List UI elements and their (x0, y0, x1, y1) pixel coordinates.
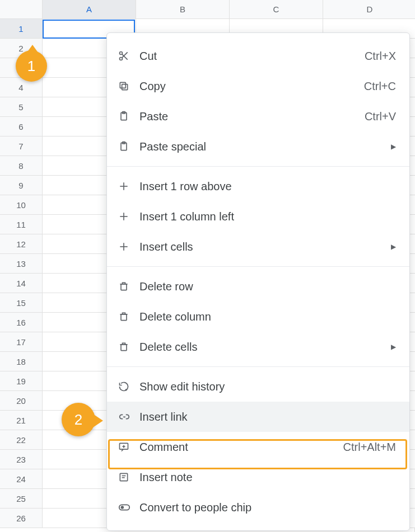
row-header-14[interactable]: 14 (0, 274, 43, 293)
col-header-c[interactable]: C (230, 0, 323, 19)
row-header-18[interactable]: 18 (0, 352, 43, 371)
menu-comment-shortcut: Ctrl+Alt+M (343, 441, 396, 454)
menu-delete-column[interactable]: Delete column (107, 302, 409, 332)
svg-rect-17 (121, 314, 127, 321)
menu-cut-shortcut: Ctrl+X (365, 50, 396, 63)
menu-insert-note-label: Insert note (139, 471, 396, 484)
link-icon (118, 411, 139, 423)
menu-paste[interactable]: Paste Ctrl+V (107, 101, 409, 131)
row-header-21[interactable]: 21 (0, 411, 43, 430)
col-header-b[interactable]: B (136, 0, 230, 19)
svg-point-19 (125, 389, 127, 390)
menu-copy-label: Copy (139, 80, 364, 93)
plus-icon (118, 181, 139, 192)
select-all-corner[interactable] (0, 0, 43, 19)
menu-copy[interactable]: Copy Ctrl+C (107, 71, 409, 101)
plus-icon (118, 211, 139, 222)
menu-insert-row-label: Insert 1 row above (139, 180, 396, 193)
menu-insert-column-label: Insert 1 column left (139, 210, 396, 223)
row-header-16[interactable]: 16 (0, 313, 43, 332)
svg-point-27 (121, 506, 124, 509)
submenu-arrow-icon: ▶ (391, 243, 396, 251)
row-header-20[interactable]: 20 (0, 391, 43, 411)
row-header-9[interactable]: 9 (0, 176, 43, 195)
submenu-arrow-icon: ▶ (391, 143, 396, 150)
row-header-6[interactable]: 6 (0, 117, 43, 136)
row-header-12[interactable]: 12 (0, 234, 43, 254)
row-header-25[interactable]: 25 (0, 489, 43, 509)
callout-step-2: 2 (62, 403, 95, 436)
row-header-24[interactable]: 24 (0, 469, 43, 489)
row-header-1[interactable]: 1 (0, 19, 43, 39)
comment-icon (118, 441, 139, 453)
row-header-13[interactable]: 13 (0, 254, 43, 274)
row-header-11[interactable]: 11 (0, 215, 43, 234)
row-header-19[interactable]: 19 (0, 371, 43, 391)
menu-insert-note[interactable]: Insert note (107, 462, 409, 492)
row-header-17[interactable]: 17 (0, 332, 43, 352)
svg-point-1 (120, 58, 123, 60)
menu-separator (107, 166, 409, 167)
clipboard-icon (118, 141, 139, 152)
menu-paste-special-label: Paste special (139, 140, 391, 153)
plus-icon (118, 241, 139, 252)
svg-rect-18 (121, 345, 127, 351)
menu-insert-cells-label: Insert cells (139, 241, 391, 253)
copy-icon (118, 81, 139, 92)
svg-rect-5 (120, 82, 125, 88)
menu-comment[interactable]: Comment Ctrl+Alt+M (107, 432, 409, 462)
menu-delete-cells[interactable]: Delete cells ▶ (107, 332, 409, 362)
menu-delete-row[interactable]: Delete row (107, 271, 409, 302)
menu-insert-row[interactable]: Insert 1 row above (107, 171, 409, 201)
menu-cut-label: Cut (139, 50, 365, 63)
row-header-7[interactable]: 7 (0, 136, 43, 156)
menu-paste-shortcut: Ctrl+V (365, 110, 396, 123)
trash-icon (118, 281, 139, 292)
menu-comment-label: Comment (139, 441, 343, 454)
scissors-icon (118, 50, 139, 62)
menu-delete-row-label: Delete row (139, 280, 396, 293)
clipboard-icon (118, 111, 139, 122)
menu-insert-cells[interactable]: Insert cells ▶ (107, 232, 409, 262)
menu-people-chip-label: Convert to people chip (139, 501, 396, 514)
submenu-arrow-icon: ▶ (391, 343, 396, 351)
note-icon (118, 472, 139, 483)
svg-rect-4 (122, 84, 128, 90)
svg-rect-16 (121, 284, 127, 290)
menu-paste-special[interactable]: Paste special ▶ (107, 131, 409, 162)
row-header-26[interactable]: 26 (0, 509, 43, 528)
menu-separator (107, 266, 409, 267)
row-header-15[interactable]: 15 (0, 293, 43, 313)
row-header-10[interactable]: 10 (0, 195, 43, 215)
row-header-23[interactable]: 23 (0, 450, 43, 469)
history-icon (118, 381, 139, 392)
svg-rect-26 (119, 505, 129, 510)
menu-paste-label: Paste (139, 110, 365, 123)
menu-insert-link[interactable]: Insert link (107, 402, 409, 432)
menu-cut[interactable]: Cut Ctrl+X (107, 41, 409, 71)
row-header-8[interactable]: 8 (0, 156, 43, 176)
svg-point-0 (120, 52, 123, 55)
menu-delete-column-label: Delete column (139, 310, 396, 323)
menu-insert-link-label: Insert link (139, 411, 396, 423)
row-header-5[interactable]: 5 (0, 97, 43, 117)
trash-icon (118, 311, 139, 322)
menu-copy-shortcut: Ctrl+C (364, 80, 396, 93)
menu-edit-history-label: Show edit history (139, 380, 396, 393)
col-header-d[interactable]: D (323, 0, 415, 19)
menu-separator (107, 366, 409, 367)
menu-edit-history[interactable]: Show edit history (107, 371, 409, 402)
menu-delete-cells-label: Delete cells (139, 341, 391, 354)
context-menu: Cut Ctrl+X Copy Ctrl+C Paste Ctrl+V Past… (106, 32, 410, 531)
people-chip-icon (118, 501, 139, 514)
col-header-a[interactable]: A (43, 0, 136, 19)
trash-icon (118, 341, 139, 352)
menu-insert-column[interactable]: Insert 1 column left (107, 201, 409, 232)
callout-step-1: 1 (16, 50, 47, 82)
menu-people-chip[interactable]: Convert to people chip (107, 492, 409, 522)
row-header-22[interactable]: 22 (0, 430, 43, 450)
